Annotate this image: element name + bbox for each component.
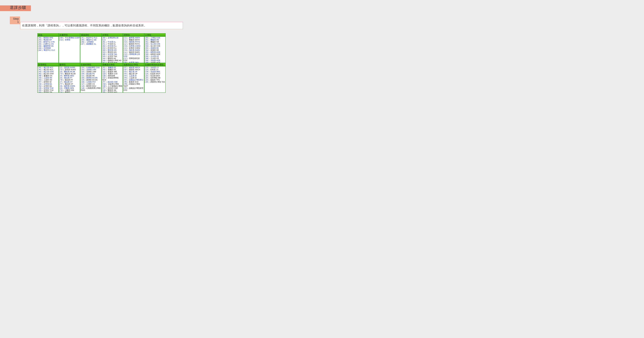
- dept-item[interactable]: ( H2 ）統計系 STAT: [38, 70, 58, 73]
- dept-code-link[interactable]: D4: [82, 73, 84, 75]
- dept-label[interactable]: 外文所 FLL: [108, 47, 117, 49]
- dept-code-link[interactable]: K5: [103, 55, 105, 57]
- dept-code-link[interactable]: RE: [39, 75, 42, 77]
- dept-code-link[interactable]: N5: [146, 53, 148, 55]
- dept-item[interactable]: ( U7 ）心理所 CS: [81, 83, 101, 85]
- dept-item[interactable]: ( N1 ）機械所 ME: [145, 41, 165, 43]
- dept-label[interactable]: 土木所 CE: [150, 57, 159, 60]
- dept-item[interactable]: ( E6 ）土木系 CE: [145, 55, 165, 57]
- dept-item[interactable]: ( E5 ）材料系 MSE: [145, 51, 165, 53]
- dept-label[interactable]: 華語中心 CLC: [44, 49, 55, 51]
- dept-item[interactable]: ( LZ ）理學院研究所 COS: [124, 57, 144, 62]
- dept-label[interactable]: 公民歷史: [86, 41, 94, 43]
- dept-code-link[interactable]: L4: [124, 51, 126, 53]
- dept-item[interactable]: ( B3 ）歷史系 HIS: [102, 49, 122, 51]
- dept-label[interactable]: 藝術所 AS: [108, 57, 116, 60]
- dept-item[interactable]: ( F2 ）都計系 UP: [124, 70, 144, 73]
- dept-code-link[interactable]: A1: [82, 37, 84, 39]
- dept-label[interactable]: 建築系 ARCH: [129, 66, 140, 68]
- dept-code-link[interactable]: I2: [60, 66, 62, 68]
- dept-code-link[interactable]: F2: [124, 70, 126, 73]
- dept-item[interactable]: ( L5 ）生科所 LS: [145, 68, 165, 70]
- dept-code-link[interactable]: R3: [39, 79, 41, 81]
- dept-item[interactable]: ( C6 ）生技系 BBS: [145, 70, 165, 73]
- dept-code-link[interactable]: L1: [124, 39, 126, 41]
- dept-code-link[interactable]: E3: [146, 43, 148, 45]
- dept-code-link[interactable]: A6: [39, 45, 41, 47]
- dept-code-link[interactable]: FZ: [124, 79, 127, 81]
- dept-code-link[interactable]: F3: [124, 75, 126, 77]
- dept-item[interactable]: ( N7 ）建築所 ARCH: [124, 68, 144, 70]
- dept-label[interactable]: 土木系 CE: [150, 55, 159, 57]
- dept-label[interactable]: 地科所 EARS: [129, 51, 140, 53]
- dept-item[interactable]: ( PZ ）規劃設計學院研究 CPD: [124, 87, 144, 91]
- dept-item[interactable]: ( C4 ）地科系 EARS: [124, 49, 144, 51]
- dept-item[interactable]: ( N6 ）土木所 CE: [145, 57, 165, 60]
- dept-item[interactable]: ( Z5 ）譯農博士學程 TAS: [145, 81, 165, 83]
- dept-code-link[interactable]: N6: [146, 57, 148, 60]
- dept-label[interactable]: 職治所 OT: [65, 83, 73, 85]
- dept-label[interactable]: 心理所 CS: [86, 83, 95, 85]
- dept-label[interactable]: 通識中心 GE: [86, 39, 96, 41]
- dept-item[interactable]: ( H3 ）工資系 IIM: [38, 77, 58, 79]
- dept-code-link[interactable]: P3: [124, 77, 127, 79]
- dept-code-link[interactable]: B3: [103, 49, 105, 51]
- dept-code-link[interactable]: Z5: [146, 81, 148, 83]
- dept-code-link[interactable]: T4: [60, 89, 62, 91]
- dept-code-link[interactable]: I7: [60, 81, 62, 83]
- dept-code-link[interactable]: PA: [124, 81, 127, 83]
- dept-label[interactable]: 南科碩專: [108, 75, 115, 77]
- dept-item[interactable]: ( K4 ）藝術所 AS: [102, 57, 122, 60]
- dept-label[interactable]: 醫學系 MED: [64, 75, 74, 77]
- dept-item[interactable]: ( A6 ）服務學習 SS: [38, 45, 58, 47]
- dept-label[interactable]: 經濟所 ECON: [86, 79, 97, 81]
- dept-code-link[interactable]: U7: [82, 83, 84, 85]
- dept-code-link[interactable]: Q6: [103, 75, 106, 77]
- dept-code-link[interactable]: ND: [103, 83, 106, 85]
- dept-item[interactable]: ( C3 ）化學系 CHEM: [124, 45, 144, 47]
- dept-label[interactable]: 化學系 CHEM: [129, 45, 140, 47]
- dept-label[interactable]: 職治系 OT: [64, 81, 72, 83]
- dept-item[interactable]: ( A9 ）通識中心 GE: [81, 39, 101, 41]
- dept-code-link[interactable]: C3: [124, 45, 127, 47]
- dept-item[interactable]: ( K2 ）外文所 FLL: [102, 47, 122, 49]
- dept-item[interactable]: ( ND ）多媒博士學程: [102, 83, 122, 85]
- dept-code-link[interactable]: C0: [60, 39, 63, 41]
- dept-code-link[interactable]: F7: [103, 81, 105, 83]
- dept-label[interactable]: 政治所 PE: [86, 75, 95, 77]
- dept-item[interactable]: ( P3 ）工設所 ID: [124, 77, 144, 79]
- dept-code-link[interactable]: L6: [146, 73, 148, 75]
- dept-label[interactable]: 經濟系 ECON: [86, 77, 97, 79]
- dept-label[interactable]: 多媒博士學程: [108, 83, 119, 85]
- dept-label[interactable]: 醫技所 MLSB: [65, 73, 76, 75]
- dept-code-link[interactable]: T2: [60, 68, 62, 70]
- dept-item[interactable]: ( K5 ）台文所 TWL: [102, 55, 122, 57]
- dept-label[interactable]: 機械所 ME: [150, 41, 159, 43]
- dept-item[interactable]: ( RE ）數據所 DS: [38, 75, 58, 77]
- dept-label[interactable]: 會計所 ACC: [44, 68, 53, 70]
- panel-body[interactable]: ( C1 ）數學系 MATH( L1 ）應數所 MATH( C2 ）物理系 PH…: [123, 37, 144, 63]
- dept-label[interactable]: 工資系 IIM: [44, 77, 52, 79]
- dept-item[interactable]: ( R1 ）會計所 ACC: [38, 68, 58, 70]
- dept-item[interactable]: ( E1 ）機械系 ME: [145, 39, 165, 41]
- dept-code-link[interactable]: N7: [124, 68, 127, 70]
- dept-item[interactable]: ( PB ）科藝碩士學程 TART: [124, 83, 144, 87]
- dept-code-link[interactable]: H1: [39, 66, 41, 68]
- dept-item[interactable]: ( I6 ）物治系 PT: [59, 77, 80, 79]
- dept-item[interactable]: ( H5 ）交管系 TCM: [38, 87, 58, 89]
- dept-item[interactable]: ( K8 ）戲劇碩士學程 AD: [102, 60, 122, 62]
- dept-code-link[interactable]: E8: [146, 60, 148, 62]
- dept-code-link[interactable]: T7: [60, 83, 62, 85]
- dept-item[interactable]: ( AA ）共同英授: [38, 47, 58, 49]
- dept-item[interactable]: ( C0 ）科學班: [59, 39, 80, 41]
- dept-item[interactable]: ( H4 ）企管系 BA: [38, 83, 58, 85]
- dept-item[interactable]: ( Q1 ）微電所 IME: [102, 70, 122, 73]
- dept-item[interactable]: ( Q7 ）奈積碩博學程 NICE: [102, 77, 122, 81]
- dept-label[interactable]: 資訊系 CSIE: [108, 81, 118, 83]
- dept-code-link[interactable]: A4: [39, 41, 41, 43]
- dept-code-link[interactable]: Z2: [146, 75, 148, 77]
- dept-code-link[interactable]: E1: [146, 39, 148, 41]
- dept-label[interactable]: 企管所 BA: [44, 85, 52, 87]
- dept-item[interactable]: ( CZ ）理學院學士班 COS: [124, 53, 144, 57]
- dept-code-link[interactable]: L2: [124, 43, 126, 45]
